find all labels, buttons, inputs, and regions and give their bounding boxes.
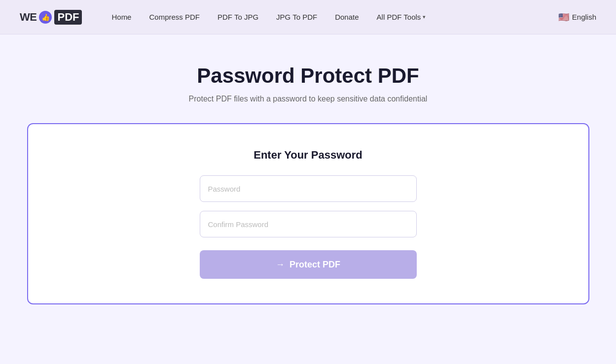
password-card: Enter Your Password → Protect PDF	[27, 123, 589, 304]
password-input[interactable]	[200, 175, 417, 202]
protect-pdf-button[interactable]: → Protect PDF	[200, 250, 417, 279]
card-heading: Enter Your Password	[254, 149, 362, 162]
nav-jpg-to-pdf[interactable]: JPG To PDF	[276, 13, 317, 21]
logo[interactable]: WE 👍 PDF	[20, 10, 82, 25]
nav-all-pdf-tools[interactable]: All PDF Tools ▾	[377, 13, 426, 21]
nav: Home Compress PDF PDF To JPG JPG To PDF …	[111, 13, 558, 21]
page-subtitle: Protect PDF files with a password to kee…	[189, 95, 428, 103]
arrow-icon: →	[276, 260, 285, 270]
language-label: English	[572, 13, 596, 21]
logo-we-text: WE	[20, 11, 36, 24]
header: WE 👍 PDF Home Compress PDF PDF To JPG JP…	[0, 0, 616, 34]
nav-donate[interactable]: Donate	[335, 13, 359, 21]
logo-pdf-text: PDF	[54, 10, 82, 25]
nav-compress-pdf[interactable]: Compress PDF	[149, 13, 200, 21]
language-selector[interactable]: 🇺🇸 English	[558, 12, 596, 23]
chevron-down-icon: ▾	[423, 14, 426, 20]
protect-pdf-label: Protect PDF	[290, 260, 340, 270]
logo-thumb-icon: 👍	[39, 11, 52, 24]
flag-icon: 🇺🇸	[558, 12, 569, 23]
main-content: Password Protect PDF Protect PDF files w…	[0, 34, 616, 324]
nav-pdf-to-jpg[interactable]: PDF To JPG	[217, 13, 258, 21]
page-title: Password Protect PDF	[197, 64, 419, 88]
nav-home[interactable]: Home	[111, 13, 131, 21]
confirm-password-input[interactable]	[200, 211, 417, 237]
